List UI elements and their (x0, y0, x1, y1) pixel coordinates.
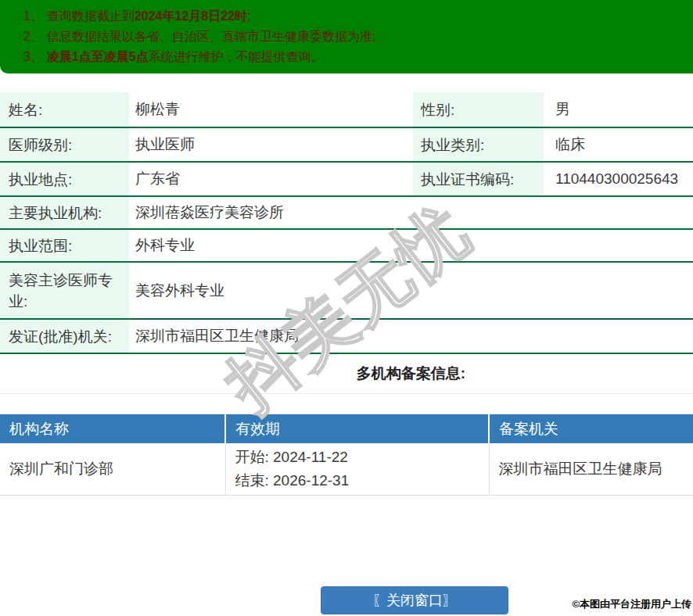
filing-row: 深圳广和门诊部开始: 2024-11-22结束: 2026-12-31深圳市福田… (0, 443, 693, 496)
field-value: 柳松青 (129, 92, 413, 127)
filing-authority-cell: 深圳市福田区卫生健康局 (489, 443, 693, 496)
filing-column-header: 备案机关 (489, 414, 693, 443)
validity-line: 开始: 2024-11-22 (235, 446, 488, 469)
filing-section-heading: 多机构备案信息: (0, 354, 693, 394)
field-label: 发证(批准)机关: (0, 319, 129, 353)
profile-row: 执业地点:广东省执业证书编码:110440300025643 (0, 162, 693, 196)
notice-line-bold: 2024年12月8日22时 (135, 9, 247, 23)
profile-table: 姓名:柳松青性别:男医师级别:执业医师执业类别:临床执业地点:广东省执业证书编码… (0, 92, 693, 354)
field-value: 男 (544, 92, 693, 127)
validity-line: 结束: 2026-12-31 (235, 469, 488, 492)
field-label: 执业范围: (0, 229, 129, 262)
field-label: 美容主诊医师专业: (0, 262, 129, 319)
field-label: 主要执业机构: (0, 196, 129, 229)
notice-line: 1、查询数据截止到2024年12月8日22时; (23, 6, 693, 27)
notice-line-text: ; (247, 9, 250, 23)
field-label: 执业类别: (413, 127, 544, 162)
filing-validity-cell: 开始: 2024-11-22结束: 2026-12-31 (225, 443, 489, 496)
credit-text: ©本图由平台注册用户上传 (572, 597, 691, 611)
notice-line-text: 查询数据截止到 (47, 9, 135, 23)
field-value: 深圳市福田区卫生健康局 (129, 319, 693, 353)
notice-banner: 1、查询数据截止到2024年12月8日22时;2、信息数据结果以各省、自治区、直… (0, 0, 693, 73)
filing-column-header: 机构名称 (0, 414, 225, 443)
profile-row: 美容主诊医师专业:美容外科专业 (0, 262, 693, 319)
filing-column-header: 有效期 (225, 414, 489, 443)
close-window-button[interactable]: 〖关闭窗口〗 (321, 586, 508, 614)
field-value: 执业医师 (129, 127, 413, 162)
notice-line-bold: 凌晨1点至凌晨5点 (47, 50, 149, 63)
profile-row: 主要执业机构:深圳蓓焱医疗美容诊所 (0, 196, 693, 229)
notice-line: 3、凌晨1点至凌晨5点系统进行维护，不能提供查询。 (23, 47, 693, 67)
filing-header-row: 机构名称有效期备案机关 (0, 414, 693, 443)
field-label: 性别: (413, 92, 544, 127)
profile-row: 医师级别:执业医师执业类别:临床 (0, 127, 693, 162)
field-label: 执业证书编码: (413, 162, 544, 196)
profile-row: 姓名:柳松青性别:男 (0, 92, 693, 127)
filing-section-title: 多机构备案信息: (357, 365, 465, 381)
field-value: 深圳蓓焱医疗美容诊所 (129, 196, 693, 229)
filing-table: 机构名称有效期备案机关 深圳广和门诊部开始: 2024-11-22结束: 202… (0, 414, 693, 496)
notice-line-number: 1、 (23, 9, 43, 23)
field-label: 执业地点: (0, 162, 129, 196)
field-value: 外科专业 (129, 229, 693, 262)
field-value: 110440300025643 (544, 162, 693, 196)
notice-line-number: 2、 (23, 30, 43, 43)
field-value: 美容外科专业 (129, 262, 693, 319)
field-label: 姓名: (0, 92, 129, 127)
profile-row: 发证(批准)机关:深圳市福田区卫生健康局 (0, 319, 693, 353)
field-label: 医师级别: (0, 127, 129, 162)
profile-row: 执业范围:外科专业 (0, 229, 693, 262)
notice-line: 2、信息数据结果以各省、自治区、直辖市卫生健康委数据为准; (23, 27, 693, 47)
notice-line-text: 信息数据结果以各省、自治区、直辖市卫生健康委数据为准; (47, 30, 375, 43)
field-value: 广东省 (129, 162, 413, 196)
filing-org-cell: 深圳广和门诊部 (0, 443, 225, 496)
notice-line-text: 系统进行维护，不能提供查询。 (149, 50, 324, 63)
notice-line-number: 3、 (23, 50, 43, 63)
field-value: 临床 (544, 127, 693, 162)
